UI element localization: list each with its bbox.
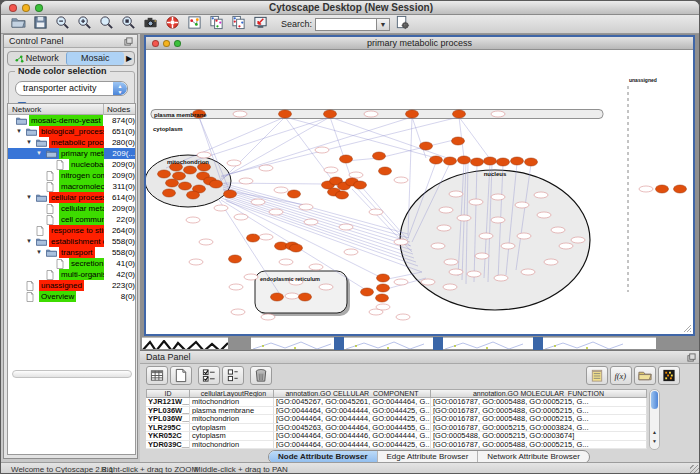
node-label-ellipse[interactable] [517,233,531,239]
node-label-ellipse[interactable] [515,202,529,208]
network-node[interactable] [377,284,390,292]
save-session-button[interactable] [32,14,52,31]
node-label-ellipse[interactable] [491,194,505,200]
node-label-ellipse[interactable] [443,284,457,290]
table-vertical-scrollbar[interactable]: ▲▼ [649,389,660,450]
network-node[interactable] [210,180,223,188]
network-node[interactable] [158,170,171,178]
tab-network[interactable]: Network [8,52,66,65]
node-label-ellipse[interactable] [479,233,493,239]
network-node[interactable] [271,293,284,301]
annotation-notes-button[interactable] [586,366,608,385]
node-label-ellipse[interactable] [551,227,565,233]
network-node[interactable] [674,185,687,193]
expand-arrow-icon[interactable]: ▼ [26,238,32,244]
node-label-ellipse[interactable] [475,253,489,259]
network-node[interactable] [420,142,433,150]
expand-arrow-icon[interactable]: ▼ [36,249,42,255]
node-label-ellipse[interactable] [501,243,515,249]
network-node[interactable] [458,156,471,164]
network-node[interactable] [279,110,292,118]
network-node[interactable] [453,110,466,118]
node-label-ellipse[interactable] [227,160,241,166]
network-node[interactable] [340,155,353,163]
network-node[interactable] [336,191,349,199]
node-label-ellipse[interactable] [244,274,258,280]
tree-row-secretion[interactable]: secretion41(0) [8,258,135,269]
node-label-ellipse[interactable] [444,259,458,265]
node-label-ellipse[interactable] [269,209,283,215]
node-label-ellipse[interactable] [259,165,273,171]
tree-row-mosaic-demo-yeast[interactable]: mosaic-demo-yeast874(0) [8,115,135,126]
scrollbar-arrows[interactable]: ▲▼ [650,428,659,446]
network-node[interactable] [179,182,192,190]
network-node[interactable] [525,158,538,166]
network-node[interactable] [406,110,419,118]
network-node[interactable] [288,190,301,198]
tree-row-multi-organism-pro[interactable]: multi-organism pro...42(0) [8,269,135,280]
node-label-ellipse[interactable] [439,207,453,213]
network-node[interactable] [229,255,242,263]
node-label-ellipse[interactable] [234,214,248,220]
select-attributes-button[interactable] [198,366,220,385]
node-label-ellipse[interactable] [339,224,353,230]
node-label-ellipse[interactable] [494,275,508,281]
node-label-ellipse[interactable] [231,309,245,315]
node-label-ellipse[interactable] [491,111,505,117]
open-session-button[interactable] [10,14,30,31]
node-label-ellipse[interactable] [309,264,323,270]
node-label-ellipse[interactable] [639,186,653,192]
network-window-titlebar[interactable]: primary metabolic process [146,37,693,50]
table-row[interactable]: YPL036W__1mitochondrion[GO:0044464, GO:0… [146,415,647,424]
column-header[interactable]: _cellularLayoutRegion [190,389,274,398]
expand-arrow-icon[interactable]: ▼ [36,150,42,156]
node-label-ellipse[interactable] [233,111,247,117]
network-node[interactable] [511,157,524,165]
node-label-ellipse[interactable] [394,279,408,285]
node-label-ellipse[interactable] [279,259,293,265]
attribute-matrix-button[interactable] [658,366,680,385]
node-label-ellipse[interactable] [344,249,358,255]
tree-row-cellular-process[interactable]: ▼cellular process614(0) [8,192,135,203]
preferences-button[interactable] [394,14,414,31]
attribute-columns-button[interactable] [146,366,168,385]
tab-mosaic[interactable]: Mosaic [66,52,125,65]
node-label-ellipse[interactable] [571,237,585,243]
delete-attribute-button[interactable] [250,366,272,385]
tree-row-unassigned[interactable]: unassigned223(0) [8,280,135,291]
node-label-ellipse[interactable] [285,293,299,299]
snapshot-button[interactable] [142,14,162,31]
node-label-ellipse[interactable] [199,239,213,245]
float-data-panel-icon[interactable] [687,353,696,362]
node-label-ellipse[interactable] [521,269,535,275]
unselect-attributes-button[interactable] [222,366,244,385]
node-label-ellipse[interactable] [239,178,253,184]
network-node[interactable] [452,137,465,145]
network-node[interactable] [166,179,179,187]
zoom-fit-button[interactable] [98,14,118,31]
node-label-ellipse[interactable] [396,314,410,320]
network-node[interactable] [173,172,186,180]
compartment-nucleus[interactable] [400,170,590,310]
table-row[interactable]: YLR295Ccytoplasm[GO:0045263, GO:0044464,… [146,424,647,433]
node-color-dropdown[interactable]: transporter activity ▲▼ [15,81,128,96]
tree-horizontal-scrollbar[interactable] [12,370,132,378]
import-attributes-button[interactable] [634,366,656,385]
node-label-ellipse[interactable] [261,314,275,320]
node-label-ellipse[interactable] [189,259,203,265]
tree-row-primary-metabo[interactable]: ▼primary metabo...209(... [8,148,135,159]
node-label-ellipse[interactable] [349,172,363,178]
network-node[interactable] [290,244,303,252]
fit-content-button[interactable] [252,14,272,31]
node-label-ellipse[interactable] [364,111,378,117]
network-node[interactable] [471,158,484,166]
node-label-ellipse[interactable] [544,259,558,265]
search-input[interactable] [315,18,377,31]
node-label-ellipse[interactable] [299,204,313,210]
network-node[interactable] [373,152,386,160]
node-label-ellipse[interactable] [319,284,333,290]
network-node[interactable] [324,110,337,118]
expand-arrow-icon[interactable]: ▼ [16,128,22,134]
node-label-ellipse[interactable] [304,219,318,225]
network-node[interactable] [224,190,237,198]
